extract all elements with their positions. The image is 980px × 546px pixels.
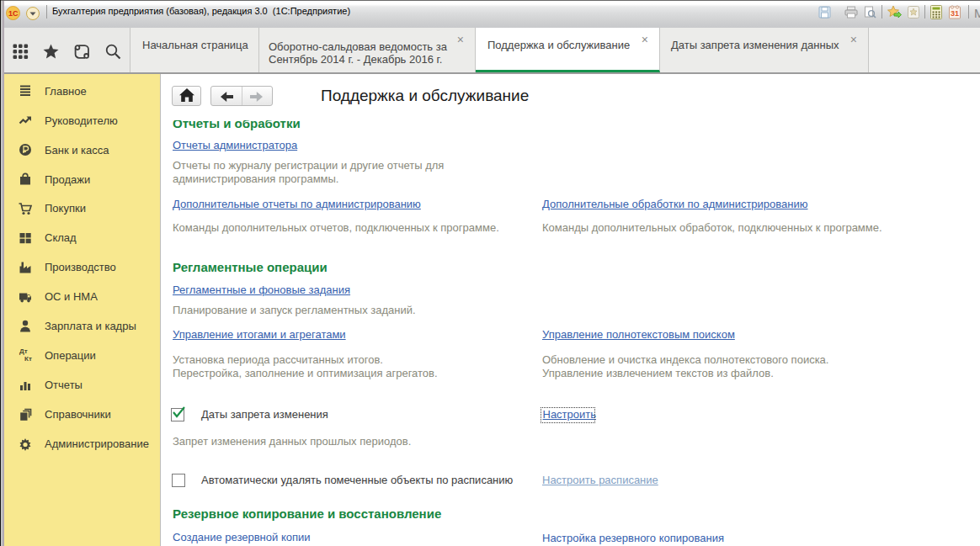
svg-text:31: 31 <box>951 9 959 18</box>
svg-text:1С: 1С <box>8 9 19 18</box>
